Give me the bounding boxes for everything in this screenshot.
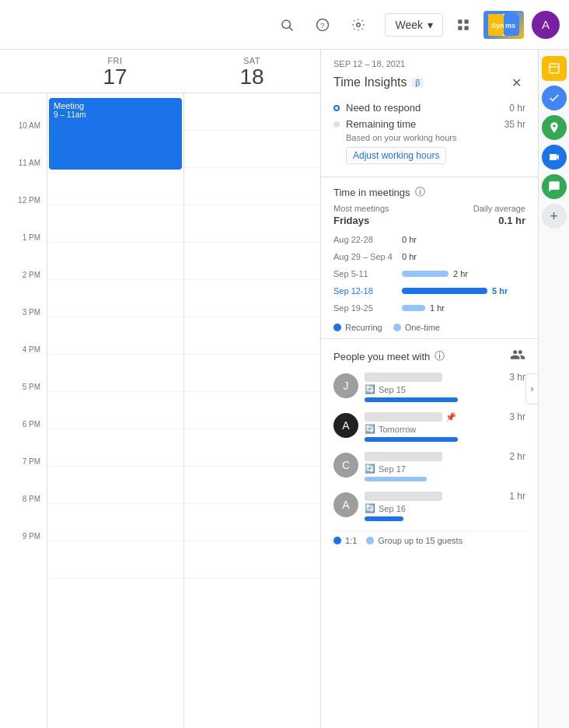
search-button[interactable] xyxy=(274,12,299,37)
people-title-row: People you meet with ⓘ xyxy=(333,347,525,366)
people-info-icon: ⓘ xyxy=(435,349,445,363)
people-legend: 1:1 Group up to 15 guests xyxy=(333,530,525,545)
weekly-rows: Aug 22-280 hrAug 29 – Sep 40 hrSep 5-112… xyxy=(333,231,525,317)
meetings-meta-values: Fridays 0.1 hr xyxy=(333,215,525,226)
person-avatar-2: C xyxy=(333,453,358,478)
svg-rect-5 xyxy=(458,19,462,23)
people-title-left: People you meet with ⓘ xyxy=(333,349,445,363)
friday-column[interactable]: Meeting 9 – 11am xyxy=(47,93,183,728)
saturday-column[interactable] xyxy=(183,93,320,728)
legend-1to1: 1:1 xyxy=(333,536,357,545)
calendar-days-area: Meeting 9 – 11am xyxy=(47,93,320,728)
onetime-label: One-time xyxy=(405,323,440,332)
weekly-label-2: Sep 5-11 xyxy=(333,269,396,278)
fri-number: 17 xyxy=(47,65,183,89)
calendar-body: 9 AM 10 AM 11 AM 12 PM 1 PM 2 PM 3 PM 4 … xyxy=(0,93,320,728)
weekly-value-0: 0 hr xyxy=(402,235,417,244)
person-name-row-0: 3 hr xyxy=(365,372,525,383)
manage-guests-icon[interactable] xyxy=(510,347,525,366)
expand-tab[interactable]: › xyxy=(525,373,538,404)
meeting-event[interactable]: Meeting 9 – 11am xyxy=(49,98,182,170)
recurring-dot xyxy=(333,324,341,331)
calendar-icon-2: 🔄 xyxy=(365,464,375,474)
settings-button[interactable] xyxy=(346,12,371,37)
week-selector[interactable]: Week ▾ xyxy=(385,13,443,37)
1to1-label: 1:1 xyxy=(345,536,357,545)
week-label: Week xyxy=(395,19,423,31)
person-date-2: Sep 17 xyxy=(379,464,406,474)
svg-rect-8 xyxy=(465,26,469,30)
person-name-row-3: 1 hr xyxy=(365,491,525,502)
need-to-respond-row: Need to respond 0 hr xyxy=(333,100,525,116)
right-insights-panel: SEP 12 – 18, 2021 Time Insights β ✕ Need… xyxy=(320,50,538,728)
right-icon-bar: + xyxy=(538,50,569,728)
person-bar-1 xyxy=(365,437,458,442)
person-bar-3 xyxy=(365,516,403,521)
week-dropdown-arrow: ▾ xyxy=(428,19,433,31)
person-date-1: Tomorrow xyxy=(379,425,416,434)
time-3pm: 3 PM xyxy=(0,313,47,350)
weekly-bar-area-3: 5 hr xyxy=(402,286,525,296)
weekly-bar-area-1: 0 hr xyxy=(402,252,525,261)
weekly-bar-area-0: 0 hr xyxy=(402,235,525,244)
maps-app-icon[interactable] xyxy=(542,115,567,140)
help-button[interactable]: ? xyxy=(310,12,335,37)
person-info-2: 2 hr🔄Sep 17 xyxy=(365,451,525,481)
insights-header: Time Insights β ✕ xyxy=(333,73,525,92)
remaining-time-value: 35 hr xyxy=(504,119,525,130)
recurring-label: Recurring xyxy=(345,323,382,332)
time-4pm: 4 PM xyxy=(0,350,47,387)
person-avatar-0: J xyxy=(333,373,358,398)
group-label: Group up to 15 guests xyxy=(378,536,463,545)
weekly-label-4: Sep 19-25 xyxy=(333,303,396,313)
most-meetings-day: Fridays xyxy=(333,215,369,226)
insights-title-row: Time Insights β xyxy=(333,75,424,89)
adjust-working-hours-button[interactable]: Adjust working hours xyxy=(346,147,446,164)
weekly-value-4: 1 hr xyxy=(430,303,445,313)
time-in-meetings-section: Time in meetings ⓘ Most meetings Daily a… xyxy=(321,177,538,339)
person-info-3: 1 hr🔄Sep 16 xyxy=(365,491,525,521)
meet-app-icon[interactable] xyxy=(542,145,567,170)
yellow-app-icon[interactable] xyxy=(542,56,567,81)
svg-point-4 xyxy=(357,23,361,26)
person-bar-2 xyxy=(365,477,427,481)
person-name-row-1: 📌3 hr xyxy=(365,411,525,422)
calendar-icon-1: 🔄 xyxy=(365,424,375,434)
person-name-blurred-3 xyxy=(365,492,442,501)
calendar-day-fri: FRI 17 xyxy=(47,56,183,89)
person-hours-1: 3 hr xyxy=(509,411,525,422)
messages-app-icon[interactable] xyxy=(542,174,567,199)
person-date-3: Sep 16 xyxy=(379,504,406,513)
user-avatar[interactable]: A xyxy=(532,11,560,39)
legend-onetime: One-time xyxy=(393,323,440,332)
meetings-meta: Most meetings Daily average xyxy=(333,204,525,213)
close-button[interactable]: ✕ xyxy=(507,73,525,92)
person-avatar-3: A xyxy=(333,492,358,517)
grid-icon[interactable] xyxy=(451,12,476,37)
remaining-time-label: Remaining time xyxy=(346,118,416,130)
time-10am: 10 AM xyxy=(0,126,47,163)
weekly-label-0: Aug 22-28 xyxy=(333,235,396,244)
person-hours-2: 2 hr xyxy=(509,451,525,462)
remaining-time-dot xyxy=(333,121,340,128)
person-date-0: Sep 15 xyxy=(379,385,406,394)
daily-avg-label: Daily average xyxy=(473,204,525,213)
meetings-title: Time in meetings xyxy=(333,187,410,198)
tasks-app-icon[interactable] xyxy=(542,86,567,110)
meetings-legend: Recurring One-time xyxy=(333,323,525,332)
person-date-row-3: 🔄Sep 16 xyxy=(365,503,525,513)
legend-group: Group up to 15 guests xyxy=(366,536,463,545)
meetings-title-row: Time in meetings ⓘ xyxy=(333,185,525,199)
person-name-blurred-1 xyxy=(365,412,442,422)
time-1pm: 1 PM xyxy=(0,238,47,275)
people-list: J3 hr🔄Sep 15A📌3 hr🔄TomorrowC2 hr🔄Sep 17A… xyxy=(333,372,525,521)
date-range-label: SEP 12 – 18, 2021 xyxy=(333,59,525,68)
legend-recurring: Recurring xyxy=(333,323,382,332)
time-6pm: 6 PM xyxy=(0,425,47,462)
weekly-bar-area-4: 1 hr xyxy=(402,303,525,313)
need-to-respond-value: 0 hr xyxy=(509,103,525,114)
daily-avg-value: 0.1 hr xyxy=(498,215,525,226)
svg-text:?: ? xyxy=(320,20,325,29)
add-app-icon[interactable]: + xyxy=(542,204,567,229)
need-to-respond-left: Need to respond xyxy=(333,102,421,114)
